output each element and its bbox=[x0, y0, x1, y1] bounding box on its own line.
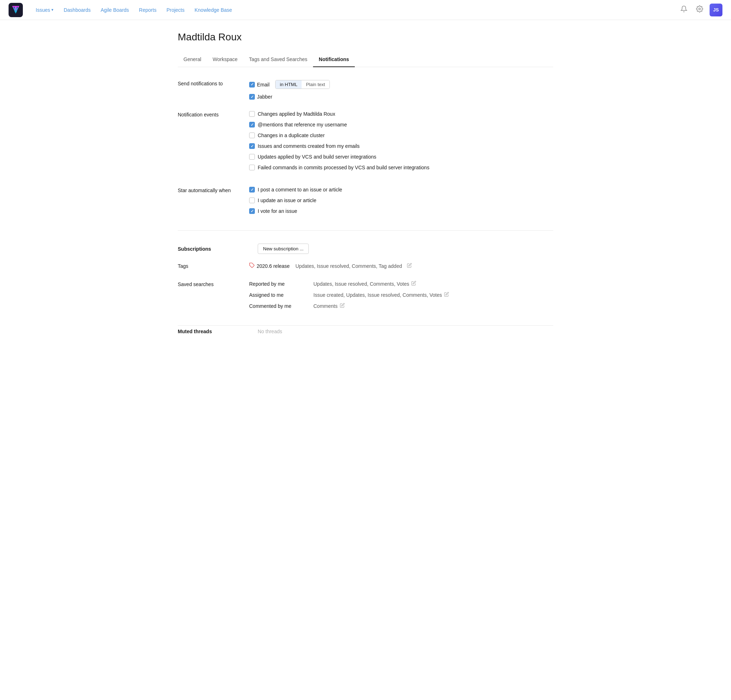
nav-reports[interactable]: Reports bbox=[135, 4, 161, 16]
notification-events-content: Changes applied by Madtilda Roux @mentio… bbox=[249, 111, 553, 175]
tab-general[interactable]: General bbox=[178, 53, 207, 67]
tag-icon bbox=[249, 263, 255, 269]
send-notifications-content: Email in HTML Plain text Jabber bbox=[249, 80, 553, 100]
nav-knowledge-base[interactable]: Knowledge Base bbox=[190, 4, 236, 16]
muted-threads-title: Muted threads bbox=[178, 329, 249, 334]
jabber-checkbox[interactable] bbox=[249, 94, 255, 100]
notification-events-label: Notification events bbox=[178, 111, 249, 175]
star-checkbox-0[interactable] bbox=[249, 187, 255, 193]
saved-searches-row: Saved searches Reported by me Updates, I… bbox=[178, 281, 553, 314]
event-item-2[interactable]: Changes in a duplicate cluster bbox=[249, 132, 553, 138]
format-html-button[interactable]: in HTML bbox=[276, 80, 302, 88]
main-content: Madtilda Roux General Workspace Tags and… bbox=[169, 20, 562, 346]
star-automatically-content: I post a comment to an issue or article … bbox=[249, 187, 553, 219]
saved-search-events-2: Comments bbox=[313, 303, 338, 309]
tags-content: 2020.6 release Updates, Issue resolved, … bbox=[249, 263, 553, 274]
tag-events: Updates, Issue resolved, Comments, Tag a… bbox=[295, 263, 402, 269]
tags-label: Tags bbox=[178, 263, 249, 269]
section-divider-1 bbox=[178, 230, 553, 231]
tag-badge: 2020.6 release bbox=[249, 263, 290, 269]
jabber-label: Jabber bbox=[257, 94, 272, 100]
event-checkbox-3[interactable] bbox=[249, 143, 255, 149]
star-item-2[interactable]: I vote for an issue bbox=[249, 208, 553, 214]
format-plain-button[interactable]: Plain text bbox=[302, 80, 329, 88]
event-item-5[interactable]: Failed commands in commits processed by … bbox=[249, 165, 553, 171]
muted-threads-value: No threads bbox=[258, 329, 282, 334]
event-checkbox-5[interactable] bbox=[249, 165, 255, 171]
saved-search-name-1: Assigned to me bbox=[249, 292, 313, 298]
user-avatar[interactable]: JS bbox=[710, 4, 722, 16]
star-automatically-section: Star automatically when I post a comment… bbox=[178, 187, 553, 219]
saved-searches-label: Saved searches bbox=[178, 281, 249, 287]
send-notifications-label: Send notifications to bbox=[178, 80, 249, 100]
star-checkbox-1[interactable] bbox=[249, 197, 255, 203]
event-checkbox-1[interactable] bbox=[249, 122, 255, 128]
tags-row: Tags 2020.6 release Updates, Issue resol… bbox=[178, 263, 553, 274]
tabs: General Workspace Tags and Saved Searche… bbox=[178, 53, 553, 67]
subscriptions-section: Subscriptions New subscription ... Tags … bbox=[178, 241, 553, 314]
saved-search-edit-icon-0[interactable] bbox=[411, 281, 416, 287]
event-item-1[interactable]: @mentions that reference my username bbox=[249, 122, 553, 128]
saved-search-name-2: Commented by me bbox=[249, 303, 313, 309]
email-checkbox-wrap[interactable]: Email bbox=[249, 82, 270, 87]
saved-searches-content: Reported by me Updates, Issue resolved, … bbox=[249, 281, 553, 314]
jabber-checkbox-wrap[interactable]: Jabber bbox=[249, 94, 553, 100]
chevron-down-icon: ▾ bbox=[51, 7, 54, 12]
star-checkbox-2[interactable] bbox=[249, 208, 255, 214]
nav-dashboards[interactable]: Dashboards bbox=[59, 4, 95, 16]
saved-search-events-0: Updates, Issue resolved, Comments, Votes bbox=[313, 281, 409, 287]
notifications-bell-button[interactable] bbox=[678, 3, 690, 16]
event-item-4[interactable]: Updates applied by VCS and build server … bbox=[249, 154, 553, 160]
saved-search-events-1: Issue created, Updates, Issue resolved, … bbox=[313, 292, 442, 298]
svg-point-4 bbox=[699, 8, 701, 10]
event-item-3[interactable]: Issues and comments created from my emai… bbox=[249, 143, 553, 149]
star-item-0[interactable]: I post a comment to an issue or article bbox=[249, 187, 553, 193]
nav-issues[interactable]: Issues ▾ bbox=[31, 4, 58, 16]
page-title: Madtilda Roux bbox=[178, 31, 553, 43]
saved-search-1: Assigned to me Issue created, Updates, I… bbox=[249, 292, 553, 298]
settings-gear-button[interactable] bbox=[694, 3, 705, 16]
navbar: Issues ▾ Dashboards Agile Boards Reports… bbox=[0, 0, 731, 20]
saved-search-edit-icon-2[interactable] bbox=[340, 303, 345, 309]
saved-search-name-0: Reported by me bbox=[249, 281, 313, 287]
event-checkbox-0[interactable] bbox=[249, 111, 255, 117]
tag-item-0: 2020.6 release Updates, Issue resolved, … bbox=[249, 263, 553, 269]
nav-agile-boards[interactable]: Agile Boards bbox=[96, 4, 133, 16]
star-automatically-label: Star automatically when bbox=[178, 187, 249, 219]
tag-edit-icon[interactable] bbox=[407, 263, 412, 269]
nav-links: Issues ▾ Dashboards Agile Boards Reports… bbox=[31, 4, 678, 16]
saved-search-0: Reported by me Updates, Issue resolved, … bbox=[249, 281, 553, 287]
saved-search-edit-icon-1[interactable] bbox=[444, 292, 449, 298]
tab-tags-saved-searches[interactable]: Tags and Saved Searches bbox=[244, 53, 313, 67]
subscriptions-title: Subscriptions bbox=[178, 246, 249, 252]
format-toggle: in HTML Plain text bbox=[275, 80, 330, 89]
nav-right: JS bbox=[678, 3, 722, 16]
email-checkbox[interactable] bbox=[249, 82, 255, 87]
event-item-0[interactable]: Changes applied by Madtilda Roux bbox=[249, 111, 553, 117]
nav-projects[interactable]: Projects bbox=[162, 4, 189, 16]
event-checkbox-2[interactable] bbox=[249, 132, 255, 138]
tag-name: 2020.6 release bbox=[257, 263, 290, 269]
event-checkbox-4[interactable] bbox=[249, 154, 255, 160]
notification-events-section: Notification events Changes applied by M… bbox=[178, 111, 553, 175]
saved-search-2: Commented by me Comments bbox=[249, 303, 553, 309]
star-item-1[interactable]: I update an issue or article bbox=[249, 197, 553, 203]
subscriptions-header: Subscriptions New subscription ... bbox=[178, 244, 553, 254]
svg-rect-3 bbox=[15, 6, 17, 12]
new-subscription-button[interactable]: New subscription ... bbox=[258, 244, 309, 254]
email-row: Email in HTML Plain text bbox=[249, 80, 553, 89]
tab-workspace[interactable]: Workspace bbox=[207, 53, 244, 67]
send-notifications-section: Send notifications to Email in HTML Plai… bbox=[178, 80, 553, 100]
tab-notifications[interactable]: Notifications bbox=[313, 53, 355, 67]
muted-threads-section: Muted threads No threads bbox=[178, 325, 553, 334]
email-label: Email bbox=[257, 82, 270, 87]
app-logo[interactable] bbox=[9, 3, 23, 17]
